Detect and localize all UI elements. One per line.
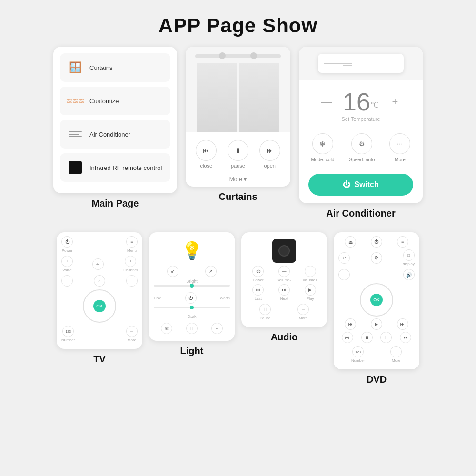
menu-icon: ≡ <box>126 236 138 248</box>
main-page-label: Main Page <box>53 193 177 213</box>
tv-ok-btn[interactable]: OK <box>93 300 106 312</box>
dvd-dpad[interactable]: OK <box>360 283 393 317</box>
switch-label: Switch <box>354 180 379 189</box>
list-item-customize[interactable]: ≋≋≋ Customize <box>60 87 170 115</box>
dvd-vol-btn[interactable]: 🔊 <box>403 269 415 280</box>
audio-prev-btn[interactable]: ⏮ Last <box>246 284 270 301</box>
pause-icon: ⏸ <box>259 304 271 315</box>
light-pause-btn[interactable]: ⏸ <box>186 323 198 334</box>
dvd-more-btn[interactable]: ··· More <box>390 346 402 363</box>
curtains-page-label: Curtains <box>186 187 290 206</box>
tv-ch-down-btn[interactable]: — <box>126 275 138 287</box>
tv-number-btn[interactable]: 123 Number <box>61 326 75 342</box>
audio-content: ⏻ Power — volume- + volume+ ⏮ <box>241 232 327 327</box>
dvd-stop-btn[interactable]: ⏹ <box>358 332 376 343</box>
ac-mode-cold[interactable]: ❄ Mode: cold <box>311 133 335 162</box>
dvd-header-row: ⏏ ⏻ ≡ <box>338 236 415 248</box>
curtain-panel-right <box>239 63 279 132</box>
ac-mode-speed[interactable]: ⚙ Speed: auto <box>349 133 375 162</box>
dvd-number-btn[interactable]: 123 Number <box>351 346 365 363</box>
curtains-card-wrapper: ⏮ close ⏸ pause ⏭ open More ▾ Curtains <box>186 47 290 223</box>
speed-auto-label: Speed: auto <box>349 157 375 162</box>
dvd-menu-btn[interactable]: ≡ <box>390 236 415 248</box>
light-right-btn[interactable]: ↗ <box>205 266 217 277</box>
audio-footer: ⏸ Pause ··· More <box>246 304 322 320</box>
open-label: open <box>264 163 275 169</box>
list-item-ac[interactable]: Air Conditioner <box>60 120 170 149</box>
vol-down-label: volume- <box>278 278 291 282</box>
curtain-pause-btn[interactable]: ⏸ pause <box>228 140 248 169</box>
dvd-display-btn[interactable]: □ display <box>403 249 415 266</box>
tv-menu-btn[interactable]: ≡ Menu <box>126 236 138 253</box>
audio-vol-up-btn[interactable]: + volume+ <box>298 266 322 282</box>
audio-power-btn[interactable]: ⏻ Power <box>246 266 270 282</box>
bright-slider[interactable] <box>154 284 230 292</box>
list-item-curtains[interactable]: 🪟 Curtains <box>60 53 170 82</box>
dvd-prev-btn[interactable]: ⏮ <box>338 318 363 330</box>
tv-vhc-row: — ⌂ — <box>61 275 138 287</box>
tv-home-btn[interactable]: ⌂ <box>94 275 105 287</box>
ac-mode-more[interactable]: ··· More <box>389 133 410 162</box>
tv-dpad[interactable]: OK <box>83 289 116 323</box>
temp-plus-btn[interactable]: + <box>388 96 402 108</box>
next-icon: ⏭ <box>397 318 408 330</box>
close-icon: ⏮ <box>196 140 217 161</box>
dvd-play-btn[interactable]: ▶ <box>365 318 389 330</box>
dark-label: Dark <box>154 314 230 319</box>
ac-temp-controls: — 16℃ + <box>304 89 418 114</box>
light-power-btn[interactable]: ⏻ <box>185 292 197 304</box>
tv-ch-up-btn[interactable]: + Channel <box>123 256 138 272</box>
dvd-transport1: ⏮ ▶ ⏭ <box>338 318 415 330</box>
list-item-rf[interactable]: Infrared RF remote control <box>60 153 170 182</box>
more-label: More <box>128 338 136 342</box>
temp-minus-btn[interactable]: — <box>320 96 333 108</box>
more-icon: ··· <box>389 133 410 154</box>
tv-power-btn[interactable]: ⏻ Power <box>61 236 73 253</box>
dvd-minus-btn[interactable]: — <box>338 269 350 280</box>
power-label: Power <box>62 248 73 253</box>
more-label: More <box>299 316 307 320</box>
audio-main-controls: ⏻ Power — volume- + volume+ <box>246 266 322 282</box>
audio-play-btn[interactable]: ▶ Play <box>298 284 322 301</box>
display-icon: □ <box>403 249 415 261</box>
tv-vol-down-btn[interactable]: — <box>61 275 73 287</box>
rew-icon: ⏮ <box>342 332 353 343</box>
tv-back-btn[interactable]: ↩ <box>92 258 104 270</box>
light-left-btn[interactable]: ↙ <box>167 266 178 277</box>
dvd-ok-btn[interactable]: OK <box>370 294 383 306</box>
light-cold-btn[interactable]: ❄ <box>161 323 172 334</box>
dvd-ff-btn[interactable]: ⏭ <box>397 332 415 343</box>
more-icon: ··· <box>211 323 223 334</box>
warm-slider[interactable] <box>154 306 230 314</box>
number-label: Number <box>61 338 75 342</box>
light-more-btn[interactable]: ··· <box>211 323 223 334</box>
tv-vol-up-btn[interactable]: + Voice <box>61 256 73 272</box>
page-title: APP Page Show <box>0 0 476 47</box>
curtain-open-btn[interactable]: ⏭ open <box>259 140 280 169</box>
more-label: More <box>392 358 400 363</box>
ac-switch-button[interactable]: ⏻ Switch <box>308 174 413 196</box>
dvd-pause-btn[interactable]: ⏸ <box>377 332 396 343</box>
play-icon: ▶ <box>305 284 316 296</box>
audio-pause-btn[interactable]: ⏸ Pause <box>259 304 271 320</box>
dvd-back-btn[interactable]: ↩ <box>338 252 350 264</box>
audio-next-btn[interactable]: ⏭ Next <box>272 284 297 301</box>
tv-footer-row: 123 Number ··· More <box>61 326 138 342</box>
customize-icon: ≋≋≋ <box>67 92 84 109</box>
light-bulb-area: 💡 <box>154 236 230 264</box>
dvd-rew-btn[interactable]: ⏮ <box>338 332 357 343</box>
curtains-content: ⏮ close ⏸ pause ⏭ open More ▾ <box>186 47 290 187</box>
pause-label: Pause <box>260 316 271 320</box>
audio-vol-down-btn[interactable]: — volume- <box>272 266 297 282</box>
audio-more-btn[interactable]: ··· More <box>298 304 309 320</box>
curtain-more[interactable]: More ▾ <box>186 172 290 187</box>
main-page-content: 🪟 Curtains ≋≋≋ Customize Air Condit <box>53 47 177 193</box>
minus-icon: — <box>338 269 350 280</box>
dvd-power-btn[interactable]: ⏻ <box>365 236 389 248</box>
dvd-eject-btn[interactable]: ⏏ <box>338 236 363 248</box>
dvd-setup-btn[interactable]: ⚙ <box>371 252 382 264</box>
dvd-next-btn[interactable]: ⏭ <box>390 318 415 330</box>
dvd-card-wrapper: ⏏ ⏻ ≡ ↩ ⚙ <box>334 232 419 389</box>
tv-more-btn[interactable]: ··· More <box>126 326 138 342</box>
curtain-close-btn[interactable]: ⏮ close <box>196 140 217 169</box>
